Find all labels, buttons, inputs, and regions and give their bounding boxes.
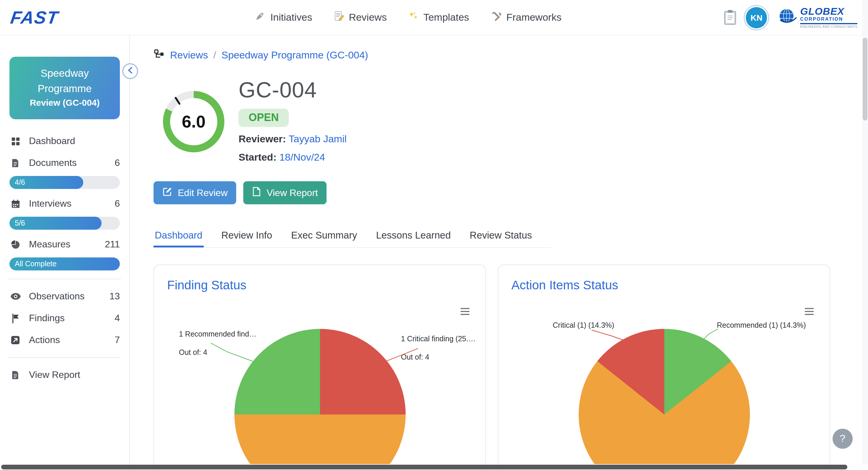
breadcrumb-separator: / (213, 50, 216, 61)
action-items-status-pie[interactable] (579, 329, 750, 470)
nav-item-initiatives[interactable]: Initiatives (254, 10, 312, 25)
nav-item-templates[interactable]: Templates (408, 11, 469, 24)
nav-label: Initiatives (271, 11, 312, 23)
clipboard-icon[interactable] (723, 9, 737, 25)
pie-label-critical: Critical (1) (14.3%) (553, 321, 614, 330)
org-logo: GLOBEX CORPORATION ENGINEERS AND CONSULT… (778, 6, 857, 28)
sidebar-item-interviews[interactable]: Interviews 6 (9, 195, 120, 213)
reviewer-link[interactable]: Tayyab Jamil (289, 133, 347, 145)
breadcrumb-link-current-review[interactable]: Speedway Programme (GC-004) (221, 50, 368, 61)
reviewer-label: Reviewer: (239, 133, 286, 145)
tab-review-status[interactable]: Review Status (469, 224, 533, 247)
view-report-button[interactable]: View Report (244, 181, 327, 204)
topbar-right: KN GLOBEX CORPORATION ENGINEERS AND CONS… (723, 6, 857, 28)
sidebar-item-actions[interactable]: Actions 7 (9, 331, 120, 349)
pie-icon (9, 240, 21, 249)
status-badge: OPEN (239, 108, 289, 127)
tab-exec-summary[interactable]: Exec Summary (290, 224, 359, 247)
globe-icon (778, 7, 797, 27)
pie-label-critical: 1 Critical finding (25.… Out of: 4 (401, 335, 476, 362)
finding-status-card: Finding Status 1 Recommended find… Out o… (154, 264, 486, 470)
sidebar-divider (8, 357, 121, 358)
sidebar-item-label: View Report (29, 370, 80, 380)
chevron-left-icon (128, 67, 133, 75)
breadcrumb: Reviews / Speedway Programme (GC-004) (154, 49, 868, 63)
sidebar-collapse-button[interactable] (122, 63, 138, 79)
tab-review-info[interactable]: Review Info (220, 224, 273, 247)
finding-status-pie[interactable] (235, 329, 406, 470)
calendar-icon (9, 199, 21, 209)
eye-icon (9, 292, 21, 301)
documents-progress-track: 4/6 (9, 176, 120, 189)
arrow-up-right-icon (9, 335, 21, 345)
review-card: Speedway Programme Review (GC-004) (9, 57, 120, 119)
sidebar-item-label: Measures (29, 239, 70, 250)
start-date-link[interactable]: 18/Nov/24 (279, 152, 325, 163)
nav-label: Templates (423, 11, 469, 23)
file-icon (252, 187, 261, 199)
sidebar-menu: Dashboard Documents 6 4/6 Interviews 6 5… (9, 132, 120, 384)
sidebar-item-view-report[interactable]: View Report (9, 366, 120, 384)
tab-dashboard[interactable]: Dashboard (154, 224, 204, 247)
sidebar-item-findings[interactable]: Findings 4 (9, 309, 120, 327)
grid-icon (9, 136, 21, 146)
measures-progress-track: All Complete (9, 257, 120, 271)
chart-context-menu-icon[interactable] (460, 308, 470, 317)
org-logo-text: GLOBEX CORPORATION ENGINEERS AND CONSULT… (800, 6, 857, 28)
user-avatar[interactable]: KN (746, 7, 767, 28)
main-content: Reviews / Speedway Programme (GC-004) 6.… (130, 35, 868, 470)
breadcrumb-link-reviews[interactable]: Reviews (170, 50, 208, 61)
rocket-icon (254, 10, 266, 25)
org-line2: CORPORATION (800, 16, 857, 22)
started-label: Started: (239, 152, 276, 163)
finding-status-title: Finding Status (167, 278, 472, 292)
reviewer-row: Reviewer: Tayyab Jamil (239, 133, 347, 145)
org-tagline: ENGINEERS AND CONSULTANTS (800, 23, 857, 29)
interviews-count: 6 (115, 198, 120, 209)
sidebar-item-label: Documents (29, 158, 77, 168)
memo-icon (333, 11, 344, 24)
nav-label: Frameworks (506, 11, 562, 23)
chart-context-menu-icon[interactable] (804, 308, 814, 317)
sidebar-item-observations[interactable]: Observations 13 (9, 287, 120, 305)
edit-review-button[interactable]: Edit Review (154, 181, 237, 204)
documents-progress-fill: 4/6 (9, 176, 83, 189)
tab-lessons-learned[interactable]: Lessons Learned (375, 224, 452, 247)
review-card-subtitle: Review (GC-004) (21, 97, 108, 107)
interviews-progress-fill: 5/6 (9, 217, 101, 230)
pie-label-recommended: 1 Recommended find… Out of: 4 (179, 330, 256, 357)
sidebar-item-label: Dashboard (29, 136, 75, 147)
help-button[interactable]: ? (833, 429, 852, 449)
measures-progress-fill: All Complete (9, 257, 120, 271)
hierarchy-icon (154, 49, 165, 63)
score-gauge-center: 6.0 (170, 98, 217, 145)
topbar: FAST Initiatives Reviews Templates Frame… (0, 0, 868, 35)
sparkles-icon (408, 11, 418, 24)
report-icon (9, 370, 21, 380)
actions-count: 7 (115, 335, 120, 345)
main-nav: Initiatives Reviews Templates Frameworks (254, 10, 562, 25)
sidebar-item-label: Findings (29, 313, 65, 323)
nav-item-reviews[interactable]: Reviews (333, 11, 387, 24)
edit-icon (162, 187, 173, 199)
sidebar-item-documents[interactable]: Documents 6 (9, 154, 120, 172)
app-logo[interactable]: FAST (9, 7, 60, 27)
nav-label: Reviews (349, 11, 387, 23)
review-info: GC-004 OPEN Reviewer: Tayyab Jamil Start… (239, 78, 347, 163)
flag-icon (9, 313, 21, 323)
view-report-label: View Report (267, 187, 318, 198)
measures-count: 211 (105, 239, 120, 250)
app-root: FAST Initiatives Reviews Templates Frame… (0, 0, 868, 470)
nav-item-frameworks[interactable]: Frameworks (490, 10, 562, 25)
action-items-status-title: Action Items Status (512, 278, 817, 292)
interviews-progress-track: 5/6 (9, 217, 120, 230)
vertical-scrollbar-thumb[interactable] (863, 38, 867, 121)
horizontal-scrollbar-thumb[interactable] (1, 465, 848, 469)
pie-label-recommended: Recommended (1) (14.3%) (717, 321, 806, 330)
sidebar-item-measures[interactable]: Measures 211 (9, 236, 120, 253)
horizontal-scrollbar (0, 464, 868, 470)
documents-count: 6 (115, 158, 120, 168)
dashboard-cards: Finding Status 1 Recommended find… Out o… (154, 264, 868, 470)
sidebar-item-dashboard[interactable]: Dashboard (9, 132, 120, 150)
review-hero: 6.0 GC-004 OPEN Reviewer: Tayyab Jamil S… (154, 78, 868, 163)
